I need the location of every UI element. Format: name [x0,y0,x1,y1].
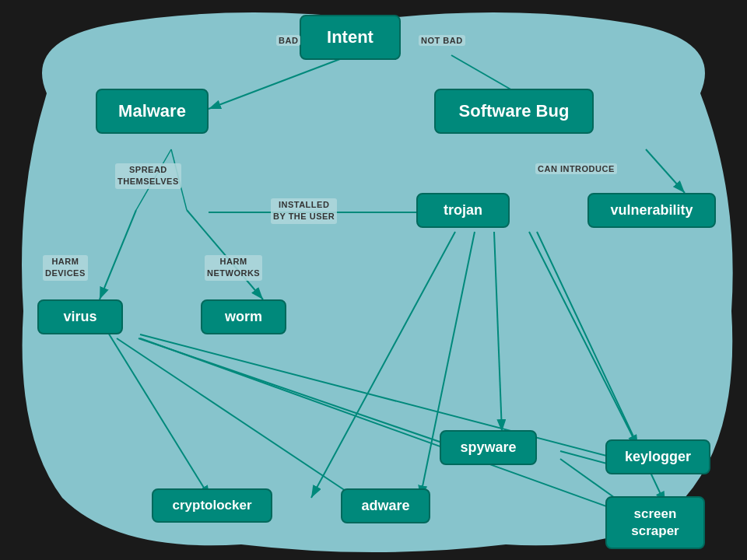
node-adware: adware [341,488,430,523]
node-keylogger: keylogger [605,439,710,474]
node-softwarebug: Software Bug [434,89,594,134]
node-worm: worm [201,299,286,334]
diagram-canvas: Intent Malware Software Bug trojan vulne… [0,0,747,560]
label-harm-networks: HARMNETWORKS [205,255,262,281]
label-notbad: NOT BAD [419,35,465,46]
node-intent: Intent [300,15,401,60]
node-cryptolocker: cryptolocker [152,488,272,523]
label-installed-by-user: INSTALLEDBY THE USER [271,198,337,224]
label-can-introduce: CAN INTRODUCE [535,163,617,174]
node-spyware: spyware [440,430,537,465]
node-screenscraper: screenscraper [605,496,705,549]
label-spread-themselves: SPREADTHEMSELVES [115,163,181,189]
node-malware: Malware [96,89,209,134]
label-harm-devices: HARMDEVICES [43,255,88,281]
background-shape [0,0,747,560]
node-virus: virus [37,299,123,334]
node-trojan: trojan [416,193,510,228]
label-bad: BAD [276,35,300,46]
node-vulnerability: vulnerability [587,193,716,228]
